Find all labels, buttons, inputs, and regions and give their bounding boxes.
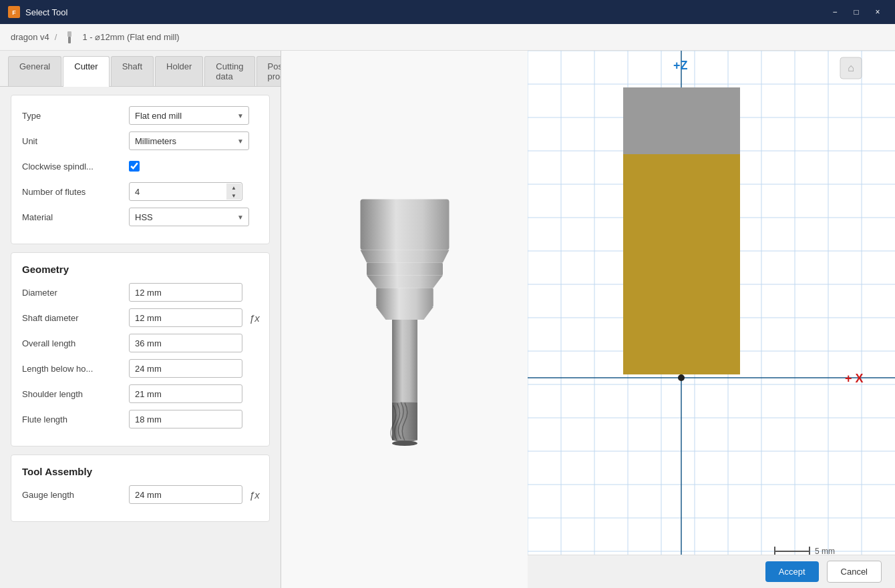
- flutes-input[interactable]: [129, 182, 242, 201]
- clockwise-value: [129, 161, 258, 172]
- geometry-card: Geometry Diameter Shaft diameter: [11, 252, 270, 447]
- shaft-diameter-field-row: Shaft diameter ƒx: [22, 308, 258, 327]
- right-panel: +Z + X ⌂ 5 mm Accept Cancel: [528, 51, 895, 588]
- svg-rect-4: [360, 199, 449, 250]
- titlebar-controls: − □ ×: [826, 5, 887, 19]
- length-below-value: [129, 359, 258, 378]
- gauge-length-input[interactable]: [129, 485, 242, 504]
- flutes-label: Number of flutes: [22, 187, 129, 197]
- svg-rect-44: [623, 87, 740, 154]
- tool-illustration: [338, 193, 472, 447]
- svg-text:⌂: ⌂: [848, 62, 854, 73]
- main-window: F Select Tool − □ × dragon v4 / 1 - ⌀12m…: [0, 0, 895, 588]
- svg-rect-6: [367, 262, 443, 275]
- clockwise-field-row: Clockwise spindl...: [22, 157, 258, 176]
- gauge-length-value: ƒx: [129, 485, 262, 504]
- length-below-input[interactable]: [129, 359, 242, 378]
- close-button[interactable]: ×: [868, 5, 887, 19]
- material-field-row: Material HSS Carbide Cobalt ▼: [22, 208, 258, 226]
- maximize-button[interactable]: □: [847, 5, 866, 19]
- breadcrumb-separator: /: [55, 32, 57, 42]
- svg-point-46: [678, 374, 685, 381]
- basic-settings-card: Type Flat end mill Ball end mill Bull no…: [11, 95, 270, 244]
- svg-rect-3: [68, 37, 71, 43]
- type-select[interactable]: Flat end mill Ball end mill Bull nose en…: [129, 106, 249, 125]
- flutes-field-row: Number of flutes ▲ ▼: [22, 182, 258, 201]
- bottom-bar: Accept Cancel: [528, 555, 895, 588]
- gauge-length-fx-button[interactable]: ƒx: [246, 488, 262, 502]
- viewport[interactable]: +Z + X ⌂ 5 mm: [528, 51, 895, 555]
- panel-content: Type Flat end mill Ball end mill Bull no…: [0, 87, 281, 538]
- titlebar-left: F Select Tool: [8, 6, 67, 18]
- clockwise-checkbox[interactable]: [129, 161, 140, 172]
- tab-post-processor[interactable]: Post processor: [256, 56, 281, 86]
- flutes-decrement-btn[interactable]: ▼: [226, 192, 241, 200]
- flute-length-field-row: Flute length: [22, 410, 258, 428]
- svg-marker-5: [360, 250, 449, 262]
- svg-text:+ X: + X: [845, 372, 864, 385]
- shoulder-length-field-row: Shoulder length: [22, 384, 258, 403]
- gauge-length-field-row: Gauge length ƒx: [22, 485, 258, 504]
- breadcrumb-project[interactable]: dragon v4: [11, 32, 49, 42]
- tool-thumbnail-icon: [62, 30, 77, 45]
- cancel-button[interactable]: Cancel: [827, 561, 882, 583]
- svg-rect-10: [392, 320, 417, 402]
- grid-svg: +Z + X ⌂ 5 mm: [528, 51, 895, 555]
- window-title: Select Tool: [25, 7, 67, 17]
- shaft-diameter-input[interactable]: [129, 308, 242, 327]
- left-panel-wrap: General Cutter Shaft Holder Cutting data: [0, 51, 528, 588]
- tab-holder[interactable]: Holder: [155, 56, 203, 86]
- titlebar: F Select Tool − □ ×: [0, 0, 895, 24]
- accept-button[interactable]: Accept: [765, 561, 819, 582]
- material-select[interactable]: HSS Carbide Cobalt: [129, 208, 249, 226]
- tab-shaft[interactable]: Shaft: [111, 56, 154, 86]
- svg-rect-8: [376, 288, 433, 307]
- shoulder-length-label: Shoulder length: [22, 389, 129, 399]
- svg-text:+Z: +Z: [673, 59, 688, 72]
- svg-text:5 mm: 5 mm: [815, 547, 835, 555]
- flutes-spin-btns: ▲ ▼: [226, 184, 241, 200]
- flutes-input-wrap: ▲ ▼: [129, 182, 242, 201]
- form-area: General Cutter Shaft Holder Cutting data: [0, 51, 281, 588]
- diameter-field-row: Diameter: [22, 283, 258, 302]
- shaft-diameter-label: Shaft diameter: [22, 313, 129, 323]
- shoulder-length-value: [129, 384, 258, 403]
- unit-value: Millimeters Inches ▼: [129, 131, 258, 150]
- material-select-wrapper: HSS Carbide Cobalt ▼: [129, 208, 249, 226]
- shaft-diameter-value: ƒx: [129, 308, 262, 327]
- shaft-diameter-fx-button[interactable]: ƒx: [246, 311, 262, 325]
- tool-assembly-title: Tool Assembly: [22, 466, 258, 477]
- svg-point-13: [392, 440, 417, 446]
- material-label: Material: [22, 212, 129, 222]
- flutes-increment-btn[interactable]: ▲: [226, 184, 241, 192]
- flute-length-label: Flute length: [22, 414, 129, 424]
- shoulder-length-input[interactable]: [129, 384, 242, 403]
- diameter-value: [129, 283, 258, 302]
- type-label: Type: [22, 111, 129, 121]
- length-below-field-row: Length below ho...: [22, 359, 258, 378]
- app-icon: F: [8, 6, 20, 18]
- tab-cutting-data[interactable]: Cutting data: [204, 56, 254, 86]
- diameter-input[interactable]: [129, 283, 242, 302]
- tab-cutter[interactable]: Cutter: [63, 56, 109, 86]
- breadcrumb-bar: dragon v4 / 1 - ⌀12mm (Flat end mill): [0, 24, 895, 51]
- tool-assembly-card: Tool Assembly Gauge length ƒx: [11, 455, 270, 522]
- minimize-button[interactable]: −: [826, 5, 844, 19]
- unit-label: Unit: [22, 136, 129, 146]
- svg-marker-9: [376, 307, 433, 320]
- overall-length-label: Overall length: [22, 338, 129, 348]
- breadcrumb-tool: 1 - ⌀12mm (Flat end mill): [82, 32, 179, 42]
- main-content: General Cutter Shaft Holder Cutting data: [0, 51, 895, 588]
- unit-select[interactable]: Millimeters Inches: [129, 131, 249, 150]
- tab-general[interactable]: General: [8, 56, 61, 86]
- gauge-length-label: Gauge length: [22, 490, 129, 500]
- tool-preview-area: [281, 51, 528, 588]
- geometry-title: Geometry: [22, 264, 258, 275]
- type-select-wrapper: Flat end mill Ball end mill Bull nose en…: [129, 106, 249, 125]
- length-below-label: Length below ho...: [22, 364, 129, 374]
- overall-length-input[interactable]: [129, 334, 242, 352]
- material-value: HSS Carbide Cobalt ▼: [129, 208, 258, 226]
- flute-length-value: [129, 410, 258, 428]
- tabs-bar: General Cutter Shaft Holder Cutting data: [0, 51, 281, 87]
- flute-length-input[interactable]: [129, 410, 242, 428]
